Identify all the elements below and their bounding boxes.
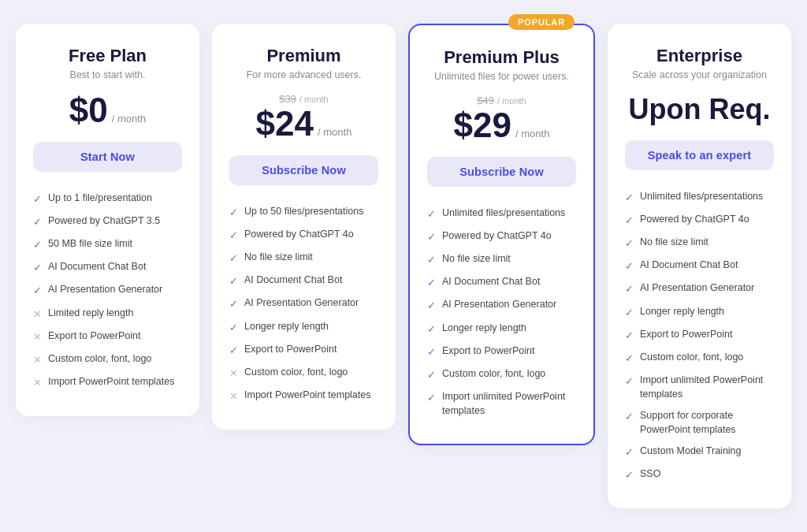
- feature-label: Unlimited files/presentations: [640, 190, 763, 204]
- check-icon: ✓: [229, 251, 238, 266]
- feature-item: ✓ Export to PowerPoint: [427, 340, 576, 363]
- feature-label: Custom color, font, logo: [442, 367, 545, 381]
- check-icon: ✓: [229, 344, 238, 358]
- feature-item: ✓ AI Document Chat Bot: [427, 271, 576, 294]
- feature-label: Unlimited files/presentations: [442, 206, 565, 221]
- cta-button-premium[interactable]: Subscribe Now: [229, 155, 378, 185]
- feature-item: ✓ AI Presentation Generator: [229, 292, 378, 315]
- feature-label: SSO: [640, 467, 660, 482]
- feature-label: Powered by ChatGPT 3.5: [48, 214, 160, 229]
- feature-item: ✓ Up to 50 files/presentations: [229, 201, 378, 224]
- feature-label: Longer reply length: [244, 320, 329, 334]
- feature-list-free: ✓ Up to 1 file/presentation ✓ Powered by…: [33, 188, 182, 395]
- plan-subtitle: For more advanced users.: [229, 69, 378, 80]
- plan-card-free: Free PlanBest to start with. $0 / month …: [16, 24, 199, 417]
- check-icon: ✓: [625, 306, 634, 320]
- feature-item: ✕ Custom color, font, logo: [33, 348, 182, 371]
- price-per: / month: [318, 126, 351, 138]
- feature-label: Export to PowerPoint: [442, 344, 534, 359]
- feature-item: ✓ Unlimited files/presentations: [427, 203, 576, 225]
- check-icon: ✓: [427, 345, 436, 359]
- check-icon: ✓: [625, 468, 634, 482]
- check-icon: ✓: [427, 230, 436, 244]
- check-icon: ✓: [625, 214, 634, 228]
- feature-list-enterprise: ✓ Unlimited files/presentations ✓ Powere…: [625, 186, 774, 487]
- plan-name: Premium Plus: [427, 47, 576, 68]
- feature-item: ✓ Custom color, font, logo: [625, 347, 774, 370]
- feature-label: Support for corporate PowerPoint templat…: [640, 409, 774, 437]
- feature-item: ✓ Powered by ChatGPT 4o: [229, 224, 378, 247]
- cta-button-free[interactable]: Start Now: [33, 142, 182, 172]
- check-icon: ✓: [625, 410, 634, 424]
- check-icon: ✓: [229, 229, 238, 243]
- feature-label: Longer reply length: [442, 322, 526, 336]
- feature-label: Powered by ChatGPT 4o: [640, 213, 749, 227]
- feature-item: ✕ Export to PowerPoint: [33, 326, 182, 348]
- feature-item: ✓ Powered by ChatGPT 4o: [427, 225, 576, 248]
- feature-label: No file size limit: [640, 236, 708, 250]
- cross-icon: ✕: [33, 307, 42, 322]
- feature-item: ✕ Limited reply length: [33, 303, 182, 326]
- feature-label: AI Presentation Generator: [640, 281, 754, 296]
- feature-label: AI Presentation Generator: [48, 283, 162, 297]
- check-icon: ✓: [427, 276, 436, 290]
- plan-subtitle: Unlimited files for power users.: [427, 71, 576, 82]
- price-area: $0 / month: [33, 93, 182, 128]
- cross-icon: ✕: [229, 366, 238, 381]
- price-area: $39 / month $24 / month: [229, 93, 378, 141]
- check-icon: ✓: [625, 259, 634, 273]
- cta-button-premium_plus[interactable]: Subscribe Now: [427, 157, 576, 187]
- check-icon: ✓: [625, 445, 634, 459]
- cross-icon: ✕: [33, 330, 42, 344]
- feature-item: ✓ AI Document Chat Bot: [33, 256, 182, 279]
- feature-item: ✓ AI Presentation Generator: [625, 277, 774, 300]
- feature-item: ✓ Longer reply length: [229, 316, 378, 339]
- check-icon: ✓: [33, 284, 42, 298]
- check-icon: ✓: [33, 192, 42, 206]
- plan-name: Enterprise: [625, 46, 774, 66]
- feature-label: AI Document Chat Bot: [48, 260, 146, 274]
- check-icon: ✓: [427, 299, 436, 313]
- feature-label: Import unlimited PowerPoint templates: [640, 374, 774, 401]
- feature-label: Export to PowerPoint: [244, 343, 337, 357]
- check-icon: ✓: [427, 253, 436, 267]
- feature-label: Limited reply length: [48, 307, 133, 321]
- feature-label: No file size limit: [244, 251, 313, 265]
- check-icon: ✓: [229, 297, 238, 311]
- cross-icon: ✕: [33, 376, 42, 390]
- price-per-original: / month: [299, 95, 329, 104]
- feature-label: Custom color, font, logo: [244, 366, 348, 380]
- feature-item: ✕ Import PowerPoint templates: [229, 385, 378, 407]
- feature-item: ✕ Custom color, font, logo: [229, 362, 378, 385]
- feature-label: AI Document Chat Bot: [244, 273, 342, 288]
- feature-item: ✓ Longer reply length: [625, 301, 774, 324]
- feature-label: AI Document Chat Bot: [640, 259, 738, 273]
- price-area: $49 / month $29 / month: [427, 95, 576, 143]
- check-icon: ✓: [625, 352, 634, 366]
- check-icon: ✓: [229, 206, 238, 220]
- feature-item: ✕ Import PowerPoint templates: [33, 371, 182, 394]
- feature-item: ✓ Import unlimited PowerPoint templates: [625, 370, 774, 405]
- check-icon: ✓: [229, 321, 238, 335]
- feature-item: ✓ Support for corporate PowerPoint templ…: [625, 405, 774, 441]
- feature-list-premium: ✓ Up to 50 files/presentations ✓ Powered…: [229, 201, 378, 408]
- feature-item: ✓ AI Presentation Generator: [33, 279, 182, 302]
- price-original: $39: [279, 93, 296, 105]
- price-per-original: / month: [497, 96, 526, 106]
- feature-item: ✓ Longer reply length: [427, 318, 576, 340]
- feature-item: ✓ No file size limit: [427, 248, 576, 271]
- price-per: / month: [515, 128, 549, 140]
- price-area: Upon Req.: [625, 93, 774, 126]
- check-icon: ✓: [625, 282, 634, 296]
- feature-item: ✓ No file size limit: [625, 232, 774, 255]
- feature-item: ✓ Export to PowerPoint: [625, 324, 774, 347]
- feature-item: ✓ Up to 1 file/presentation: [33, 188, 182, 210]
- check-icon: ✓: [427, 368, 436, 382]
- feature-item: ✓ AI Presentation Generator: [427, 294, 576, 317]
- cta-button-enterprise[interactable]: Speak to an expert: [625, 140, 774, 170]
- feature-label: AI Presentation Generator: [244, 296, 359, 311]
- price-original: $49: [477, 95, 494, 106]
- check-icon: ✓: [427, 322, 436, 337]
- feature-item: ✓ Import unlimited PowerPoint templates: [427, 386, 576, 422]
- plan-card-enterprise: EnterpriseScale across your organization…: [608, 24, 791, 509]
